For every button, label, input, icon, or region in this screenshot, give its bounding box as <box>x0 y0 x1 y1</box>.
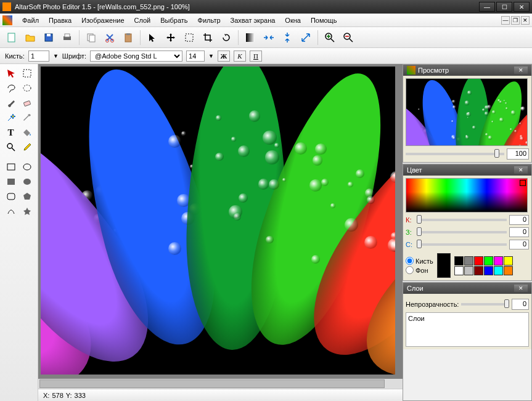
color-swatch[interactable] <box>474 256 483 265</box>
text-tool[interactable]: T <box>4 126 18 139</box>
close-button[interactable]: ✕ <box>514 2 530 12</box>
mdi-restore-button[interactable]: ❐ <box>511 16 520 25</box>
ellipse-shape-tool[interactable] <box>20 160 35 174</box>
print-button[interactable] <box>59 30 75 46</box>
horizontal-scrollbar[interactable] <box>38 379 403 389</box>
menu-захват экрана[interactable]: Захват экрана <box>226 15 280 25</box>
font-family-select[interactable]: @Adobe Song Std L <box>90 51 182 62</box>
current-color-swatch[interactable] <box>437 253 451 278</box>
color-swatch[interactable] <box>484 256 493 265</box>
rounded-rect-tool[interactable] <box>4 190 18 203</box>
arrow-tool[interactable] <box>4 67 18 80</box>
zoom-tool[interactable] <box>4 140 18 154</box>
menu-окна[interactable]: Окна <box>280 15 306 25</box>
mdi-minimize-button[interactable]: — <box>501 16 510 25</box>
paste-button[interactable] <box>120 30 136 46</box>
crop-tool-button[interactable] <box>200 30 216 46</box>
opacity-value[interactable]: 0 <box>512 299 529 310</box>
open-file-button[interactable] <box>22 30 38 46</box>
save-file-button[interactable] <box>41 30 57 46</box>
brush-size-input[interactable] <box>28 51 49 62</box>
brush-size-dropdown[interactable]: ▼ <box>53 53 59 59</box>
italic-button[interactable]: К <box>234 51 246 62</box>
lasso-tool[interactable] <box>4 81 18 95</box>
green-slider[interactable] <box>417 231 507 233</box>
zoom-out-button[interactable] <box>340 30 356 46</box>
svg-rect-17 <box>23 100 30 106</box>
red-slider[interactable] <box>417 219 507 221</box>
eraser-tool[interactable] <box>20 96 35 110</box>
color-picker-gradient[interactable] <box>406 178 528 213</box>
canvas-viewport[interactable] <box>38 64 403 379</box>
menu-файл[interactable]: Файл <box>17 15 44 25</box>
preview-thumbnail[interactable] <box>406 78 528 146</box>
zoom-slider[interactable] <box>406 153 504 155</box>
zoom-value[interactable]: 100 <box>507 148 529 160</box>
underline-button[interactable]: П <box>250 51 262 62</box>
minimize-button[interactable]: — <box>479 2 495 12</box>
new-file-button[interactable] <box>4 30 20 46</box>
fill-tool[interactable] <box>20 126 35 139</box>
rect-shape-tool[interactable] <box>4 160 18 174</box>
red-value[interactable]: 0 <box>509 215 529 225</box>
color-swatch[interactable] <box>504 256 513 265</box>
filled-ellipse-tool[interactable] <box>20 175 35 188</box>
pointer-tool-button[interactable] <box>144 30 160 46</box>
flip-horizontal-button[interactable] <box>261 30 277 46</box>
font-size-input[interactable] <box>186 51 205 62</box>
gradient-tool-button[interactable] <box>242 30 258 46</box>
svg-rect-15 <box>23 70 31 77</box>
menu-выбрать[interactable]: Выбрать <box>155 15 192 25</box>
opacity-slider[interactable] <box>461 303 509 306</box>
app-icon <box>2 15 12 25</box>
color-close-button[interactable]: ✕ <box>514 166 528 174</box>
preview-close-button[interactable]: ✕ <box>514 67 528 74</box>
polygon-tool[interactable] <box>20 190 35 203</box>
color-swatch[interactable] <box>454 256 464 265</box>
menu-слой[interactable]: Слой <box>129 15 156 25</box>
color-swatch[interactable] <box>504 266 513 275</box>
layers-list[interactable]: Слои <box>406 312 529 347</box>
line-tool[interactable] <box>4 205 18 218</box>
ellipse-select-tool[interactable] <box>20 81 35 95</box>
cut-button[interactable] <box>102 30 118 46</box>
rect-select-tool[interactable] <box>20 67 35 80</box>
move-tool-button[interactable] <box>163 30 179 46</box>
color-swatch[interactable] <box>464 256 473 265</box>
brush-color-radio[interactable]: Кисть <box>406 257 433 265</box>
font-size-dropdown[interactable]: ▼ <box>208 53 214 59</box>
blue-value[interactable]: 0 <box>509 240 529 249</box>
flip-vertical-button[interactable] <box>279 30 295 46</box>
star-tool[interactable] <box>20 205 35 218</box>
color-swatch[interactable] <box>494 256 503 265</box>
bg-color-radio[interactable]: Фон <box>406 266 433 274</box>
color-swatch[interactable] <box>494 266 503 275</box>
wand-tool[interactable] <box>4 111 18 124</box>
color-swatch[interactable] <box>474 266 483 275</box>
color-swatch[interactable] <box>454 266 464 275</box>
pencil-tool[interactable] <box>20 140 35 154</box>
green-value[interactable]: 0 <box>509 227 529 237</box>
bold-button[interactable]: Ж <box>218 51 230 62</box>
cursor-y-value: 333 <box>75 392 86 399</box>
menu-помощь[interactable]: Помощь <box>306 15 342 25</box>
menu-правка[interactable]: Правка <box>44 15 76 25</box>
menu-изображение[interactable]: Изображение <box>76 15 129 25</box>
brush-tool[interactable] <box>4 96 18 110</box>
mdi-close-button[interactable]: ✕ <box>521 16 530 25</box>
color-swatches <box>454 256 513 275</box>
maximize-button[interactable]: ☐ <box>496 2 512 12</box>
resize-button[interactable] <box>298 30 314 46</box>
filled-rect-tool[interactable] <box>4 175 18 188</box>
zoom-in-button[interactable] <box>322 30 338 46</box>
marquee-tool-button[interactable] <box>181 30 197 46</box>
rotate-tool-button[interactable] <box>218 30 234 46</box>
color-swatch[interactable] <box>464 266 473 275</box>
blue-slider[interactable] <box>417 243 507 246</box>
window-title: AltarSoft Photo Editor 1.5 - [reWalls.co… <box>15 3 479 10</box>
copy-button[interactable] <box>83 30 99 46</box>
layers-close-button[interactable]: ✕ <box>514 285 528 292</box>
color-swatch[interactable] <box>484 266 493 275</box>
menu-фильтр[interactable]: Фильтр <box>193 15 226 25</box>
eyedropper-tool[interactable] <box>20 111 35 124</box>
